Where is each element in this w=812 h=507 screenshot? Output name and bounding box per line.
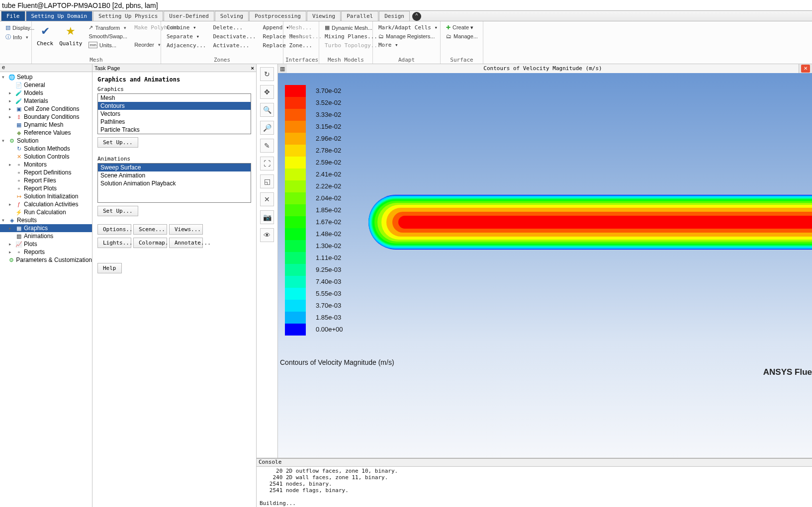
tab-file[interactable]: File <box>1 11 25 21</box>
list-item-sweep-surface[interactable]: Sweep Surface <box>98 164 251 171</box>
tree-item-run-calculation[interactable]: ⚡Run Calculation <box>0 208 92 216</box>
graphics-setup-button[interactable]: Set Up... <box>97 137 138 148</box>
contour-plot <box>368 195 812 250</box>
animations-listbox[interactable]: Sweep SurfaceScene AnimationSolution Ani… <box>97 163 251 203</box>
tree-item-reference-values[interactable]: ◆Reference Values <box>0 129 92 137</box>
transform-button[interactable]: ↗Transform▾ <box>87 23 129 32</box>
tab-setting-up-domain[interactable]: Setting Up Domain <box>26 11 93 21</box>
outline-tree[interactable]: ▾🌐Setup📄General▸🧪Models▸🧪Materials▸▣Cell… <box>0 72 92 265</box>
axes-icon[interactable]: ✕ <box>260 192 274 206</box>
color-legend: 3.70e-023.52e-023.33e-023.15e-022.96e-02… <box>285 85 343 336</box>
annotate-button[interactable]: Annotate... <box>169 238 203 248</box>
tree-item-monitors[interactable]: ▸▫Monitors <box>0 161 92 169</box>
tab-setting-up-physics[interactable]: Setting Up Physics <box>93 11 163 21</box>
tab-design[interactable]: Design <box>379 11 410 21</box>
units-button[interactable]: mmUnits... <box>87 41 129 49</box>
interfaces-mesh-button: Mesh... <box>287 23 324 32</box>
surface-create-button[interactable]: ✚Create ▾ <box>444 23 480 32</box>
list-item-pathlines[interactable]: Pathlines <box>98 118 251 126</box>
scene-button[interactable]: Scene... <box>133 224 167 235</box>
surface-manage-button[interactable]: 🗂Manage... <box>444 32 480 40</box>
tree-item-dynamic-mesh[interactable]: ▦Dynamic Mesh <box>0 121 92 129</box>
canvas-tab-title[interactable]: Contours of Velocity Magnitude (m/s) <box>287 64 799 73</box>
tree-item-cell-zone-conditions[interactable]: ▸▣Cell Zone Conditions <box>0 105 92 113</box>
tree-item-solution-initialization[interactable]: ↦Solution Initialization <box>0 192 92 200</box>
mark-adapt-button[interactable]: Mark/Adapt Cells ▾ <box>376 23 437 32</box>
manage-registers-button[interactable]: 🗂Manage Registers... <box>376 32 437 40</box>
plot-caption: Contours of Velocity Magnitude (m/s) <box>280 358 394 366</box>
graphics-canvas[interactable]: 3.70e-023.52e-023.33e-023.15e-022.96e-02… <box>278 73 812 458</box>
fit-icon[interactable]: ⛶ <box>260 157 274 170</box>
tree-item-results[interactable]: ▾◈Results <box>0 216 92 224</box>
quality-button[interactable]: ★Quality <box>56 22 85 48</box>
task-buttons-row: Options...Scene...Views...Lights...Color… <box>97 221 251 248</box>
tree-item-general[interactable]: 📄General <box>0 81 92 89</box>
tree-item-parameters-customization[interactable]: ⚙Parameters & Customization <box>0 256 92 264</box>
probe-icon[interactable]: ✎ <box>260 139 274 153</box>
adjacency-button[interactable]: Adjacency... <box>165 41 208 50</box>
list-item-vectors[interactable]: Vectors <box>98 110 251 118</box>
views-button[interactable]: Views... <box>169 224 203 235</box>
group-mesh-label: Mesh <box>34 57 159 64</box>
tree-item-solution[interactable]: ▾⚙Solution <box>0 137 92 145</box>
ribbon-collapse-icon[interactable]: ^ <box>412 12 421 21</box>
tree-item-setup[interactable]: ▾🌐Setup <box>0 73 92 81</box>
combine-button[interactable]: Combine ▾ <box>165 23 208 32</box>
camera-icon[interactable]: 📷 <box>260 210 274 224</box>
animations-setup-button[interactable]: Set Up... <box>97 206 138 216</box>
tree-item-boundary-conditions[interactable]: ▸‡Boundary Conditions <box>0 113 92 121</box>
animations-section-label: Animations <box>97 156 251 162</box>
tree-item-report-files[interactable]: ▫Report Files <box>0 176 92 184</box>
tree-item-animations[interactable]: ▥Animations <box>0 232 92 240</box>
tree-item-materials[interactable]: ▸🧪Materials <box>0 97 92 105</box>
check-button[interactable]: ✔Check <box>34 22 56 48</box>
fluent-logo-icon: ▥ <box>278 66 287 72</box>
group-interfaces-label: Interfaces <box>285 57 317 64</box>
tree-item-calculation-activities[interactable]: ▸ƒCalculation Activities <box>0 200 92 208</box>
tree-item-plots[interactable]: ▸📈Plots <box>0 240 92 248</box>
list-item-particle-tracks[interactable]: Particle Tracks <box>98 126 251 134</box>
colormap-button[interactable]: Colormap... <box>133 238 167 248</box>
activate-button[interactable]: Activate... <box>211 41 258 50</box>
tree-item-report-plots[interactable]: ▫Report Plots <box>0 184 92 192</box>
canvas-tab-close-icon[interactable]: ✕ <box>801 65 810 73</box>
list-item-scene-animation[interactable]: Scene Animation <box>98 171 251 179</box>
options-button[interactable]: Options... <box>97 224 131 235</box>
help-button[interactable]: Help <box>97 263 122 273</box>
lights-button[interactable]: Lights... <box>97 238 131 248</box>
tab-viewing[interactable]: Viewing <box>307 11 341 21</box>
zoomin-icon[interactable]: 🔍 <box>260 103 274 117</box>
graphics-listbox[interactable]: MeshContoursVectorsPathlinesParticle Tra… <box>97 93 251 134</box>
view-icon[interactable]: 👁 <box>260 228 274 242</box>
tree-item-models[interactable]: ▸🧪Models <box>0 89 92 97</box>
adapt-more-button[interactable]: More ▾ <box>376 41 437 49</box>
group-zones-label: Zones <box>163 57 281 64</box>
graphics-animations-heading: Graphics and Animations <box>97 76 251 83</box>
tree-item-solution-methods[interactable]: ↻Solution Methods <box>0 145 92 153</box>
list-item-solution-animation-playback[interactable]: Solution Animation Playback <box>98 179 251 187</box>
group-mesh-models-label: Mesh Models <box>321 57 370 64</box>
move-icon[interactable]: ✥ <box>260 85 274 99</box>
smooth-swap-button[interactable]: Smooth/Swap... <box>87 32 129 40</box>
zoomout-icon[interactable]: 🔎 <box>260 121 274 135</box>
tab-user-defined[interactable]: User-Defined <box>164 11 214 21</box>
sync-icon[interactable]: ↻ <box>260 67 274 81</box>
tree-item-reports[interactable]: ▸▫Reports <box>0 248 92 256</box>
ansys-brand-text: ANSYS Flue <box>763 367 812 377</box>
zoom-area-icon[interactable]: ◱ <box>260 174 274 188</box>
tab-postprocessing[interactable]: Postprocessing <box>249 11 306 21</box>
tab-parallel[interactable]: Parallel <box>341 11 378 21</box>
task-page-close-icon[interactable]: × <box>251 65 254 71</box>
deactivate-button[interactable]: Deactivate... <box>211 32 258 41</box>
group-surface-label: Surface <box>443 57 481 64</box>
ribbon: ▧Display... ⓘInfo▾ ✔Check ★Quality ↗Tran… <box>0 21 812 64</box>
tree-item-graphics[interactable]: ▸▦Graphics <box>0 224 92 232</box>
separate-button[interactable]: Separate ▾ <box>165 32 208 41</box>
console-output[interactable]: 20 2D outflow faces, zone 10, binary. 24… <box>257 467 812 507</box>
tree-item-solution-controls[interactable]: ✕Solution Controls <box>0 153 92 161</box>
list-item-mesh[interactable]: Mesh <box>98 94 251 102</box>
tree-item-report-definitions[interactable]: ▫Report Definitions <box>0 169 92 176</box>
list-item-contours[interactable]: Contours <box>98 102 251 110</box>
tab-solving[interactable]: Solving <box>215 11 249 21</box>
delete-button[interactable]: Delete... <box>211 23 258 32</box>
